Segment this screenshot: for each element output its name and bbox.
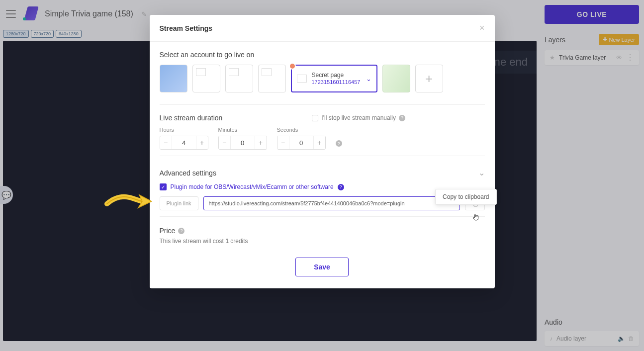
account-option[interactable] bbox=[192, 65, 220, 92]
account-option[interactable] bbox=[160, 65, 187, 92]
duration-title: Live stream duration bbox=[160, 114, 223, 122]
notification-badge bbox=[289, 63, 296, 70]
divider bbox=[160, 216, 485, 217]
add-account-button[interactable]: + bbox=[415, 65, 443, 92]
decrement-button[interactable]: − bbox=[277, 136, 289, 149]
plugin-link-label: Plugin link bbox=[160, 196, 198, 210]
divider bbox=[160, 104, 485, 105]
increment-button[interactable]: + bbox=[313, 136, 325, 149]
help-icon[interactable]: ? bbox=[338, 184, 344, 190]
plugin-mode-checkbox[interactable]: ✓ bbox=[160, 183, 167, 190]
account-id: 1723151601116457 bbox=[312, 79, 361, 86]
price-cost: 1 bbox=[225, 238, 229, 245]
advanced-title: Advanced settings bbox=[160, 169, 216, 177]
price-text-after: credits bbox=[229, 238, 248, 245]
minutes-input[interactable] bbox=[231, 136, 255, 149]
account-name: Secret page bbox=[312, 72, 361, 79]
copy-tooltip: Copy to clipboard bbox=[435, 189, 496, 205]
help-icon[interactable]: ? bbox=[336, 140, 342, 147]
account-option[interactable] bbox=[225, 65, 253, 92]
modal-title: Stream Settings bbox=[160, 24, 213, 32]
increment-button[interactable]: + bbox=[196, 136, 208, 149]
divider bbox=[160, 156, 485, 156]
hours-label: Hours bbox=[160, 127, 208, 133]
account-thumb bbox=[297, 75, 307, 83]
hours-input[interactable] bbox=[172, 136, 196, 149]
increment-button[interactable]: + bbox=[255, 136, 267, 149]
decrement-button[interactable]: − bbox=[219, 136, 231, 149]
minutes-stepper: − + bbox=[218, 136, 267, 150]
account-option[interactable] bbox=[382, 65, 410, 92]
seconds-input[interactable] bbox=[289, 136, 313, 149]
price-text-before: This live stream will cost bbox=[160, 238, 226, 245]
stream-settings-modal: Stream Settings × Select an account to g… bbox=[150, 15, 495, 288]
account-option[interactable] bbox=[258, 65, 286, 92]
chevron-down-icon[interactable]: ⌄ bbox=[478, 168, 485, 177]
decrement-button[interactable]: − bbox=[160, 136, 172, 149]
seconds-label: Seconds bbox=[277, 127, 326, 133]
accounts-label: Select an account to go live on bbox=[160, 51, 485, 59]
save-button[interactable]: Save bbox=[295, 258, 349, 276]
hours-stepper: − + bbox=[160, 136, 208, 150]
help-icon[interactable]: ? bbox=[178, 228, 184, 234]
seconds-stepper: − + bbox=[277, 136, 326, 150]
minutes-label: Minutes bbox=[218, 127, 267, 133]
chevron-down-icon[interactable]: ⌄ bbox=[366, 75, 371, 83]
account-selected[interactable]: Secret page 1723151601116457 ⌄ bbox=[291, 65, 377, 92]
plugin-mode-label: Plugin mode for OBS/Wirecast/vMix/Ecamm … bbox=[171, 183, 334, 190]
price-text: This live stream will cost 1 credits bbox=[160, 238, 485, 245]
close-icon[interactable]: × bbox=[479, 23, 485, 33]
plugin-link-input[interactable] bbox=[203, 196, 460, 210]
manual-stop-checkbox[interactable] bbox=[312, 115, 318, 121]
manual-stop-label: I'll stop live stream manually bbox=[321, 114, 396, 121]
help-icon[interactable]: ? bbox=[399, 115, 405, 121]
modal-overlay: Stream Settings × Select an account to g… bbox=[0, 0, 644, 351]
price-title: Price bbox=[160, 227, 176, 235]
